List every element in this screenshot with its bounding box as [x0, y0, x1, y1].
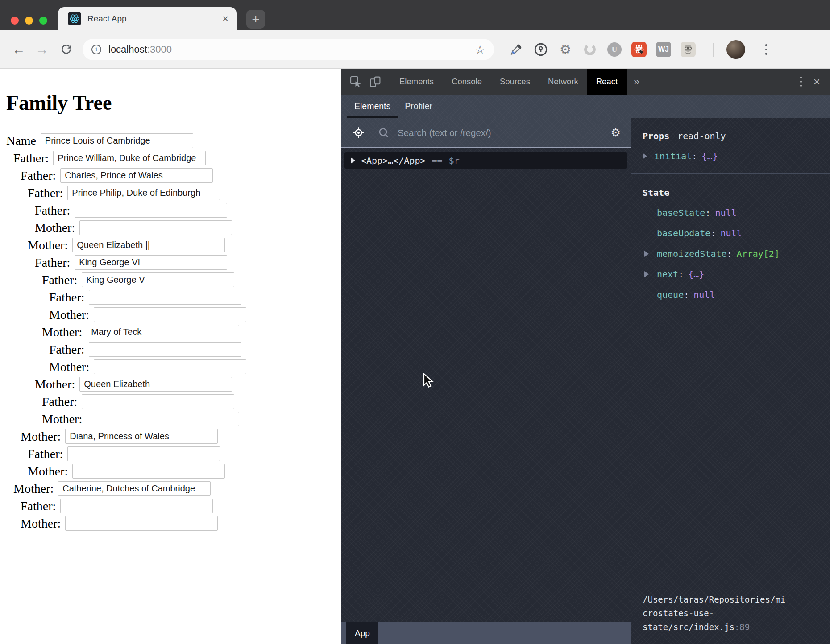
- browser-menu-button[interactable]: [759, 42, 774, 57]
- inspect-element-icon[interactable]: [350, 76, 362, 88]
- bookmark-star-icon[interactable]: ☆: [475, 43, 485, 56]
- family-row-label: Father:: [49, 343, 84, 357]
- u-extension-icon[interactable]: U: [607, 42, 622, 57]
- family-row-label: Father:: [42, 395, 77, 409]
- webpage-content: Family Tree Name Father: Father: Father:: [0, 69, 341, 644]
- family-row-input[interactable]: [87, 325, 239, 339]
- window-close-button[interactable]: [11, 17, 19, 25]
- devtools-tab[interactable]: React: [587, 69, 627, 95]
- component-details-pane: Props read-only initial:{…} State: [631, 118, 830, 644]
- back-button[interactable]: ←: [10, 30, 28, 69]
- react-devtools-extension-icon[interactable]: [631, 42, 647, 57]
- family-row-input[interactable]: [72, 464, 225, 479]
- react-panel-tab[interactable]: Elements: [347, 95, 398, 118]
- family-row-label: Mother:: [21, 429, 61, 444]
- window-controls: [11, 17, 47, 25]
- eyedropper-extension-icon[interactable]: [509, 42, 524, 57]
- family-row-input[interactable]: [60, 168, 213, 183]
- family-row: Mother:: [35, 377, 341, 392]
- search-icon: [378, 127, 390, 139]
- family-row-input[interactable]: [65, 516, 218, 531]
- expand-arrow-icon[interactable]: [643, 153, 647, 159]
- wj-extension-icon[interactable]: WJ: [656, 42, 671, 57]
- device-toolbar-icon[interactable]: [369, 76, 381, 88]
- props-entry[interactable]: initial:{…}: [631, 150, 830, 162]
- state-value: null: [715, 207, 736, 218]
- family-row-input[interactable]: [58, 481, 211, 496]
- breadcrumb-app[interactable]: App: [346, 622, 378, 644]
- family-row-label: Father:: [28, 447, 63, 461]
- refresh-button[interactable]: [57, 30, 75, 69]
- expand-arrow-icon[interactable]: [644, 251, 649, 257]
- onepassword-extension-icon[interactable]: [533, 42, 548, 57]
- profile-avatar[interactable]: [726, 40, 745, 59]
- family-row-label: Mother:: [13, 482, 54, 496]
- devtools-tab[interactable]: Sources: [491, 69, 539, 95]
- devtools-tab[interactable]: Network: [539, 69, 587, 95]
- breadcrumb-bar: App: [341, 622, 631, 644]
- family-row-label: Mother:: [35, 221, 75, 235]
- window-zoom-button[interactable]: [39, 17, 47, 25]
- family-row-input[interactable]: [72, 238, 225, 252]
- expand-arrow-icon[interactable]: [351, 157, 355, 164]
- window-minimize-button[interactable]: [25, 17, 33, 25]
- url-bar[interactable]: i localhost:3000 ☆: [83, 39, 494, 60]
- state-entry[interactable]: baseUpdate:null: [631, 227, 830, 239]
- state-entry[interactable]: next:{…}: [631, 268, 830, 280]
- family-row-input[interactable]: [41, 133, 193, 148]
- devtools-tab[interactable]: Elements: [390, 69, 443, 95]
- family-row-label: Father:: [28, 186, 63, 200]
- family-row-input[interactable]: [75, 203, 227, 218]
- state-entry[interactable]: baseState:null: [631, 207, 830, 219]
- source-file-path[interactable]: /Users/taras/Repositories/mi crostates-u…: [643, 593, 794, 634]
- expand-arrow-icon[interactable]: [644, 271, 649, 277]
- family-row-input[interactable]: [82, 394, 234, 409]
- family-row-input[interactable]: [89, 290, 241, 305]
- site-info-icon[interactable]: i: [91, 45, 101, 54]
- family-row-input[interactable]: [82, 272, 234, 287]
- devtools-close-icon[interactable]: ×: [809, 75, 830, 89]
- family-row-input[interactable]: [94, 359, 246, 374]
- family-row-input[interactable]: [87, 412, 239, 426]
- react-panel-tab[interactable]: Profiler: [398, 95, 440, 118]
- family-row: Mother:: [21, 516, 341, 531]
- family-row-input[interactable]: [53, 151, 206, 165]
- family-row-input[interactable]: [75, 255, 227, 270]
- family-row-input[interactable]: [79, 220, 232, 235]
- family-row-input[interactable]: [67, 446, 220, 461]
- devtools-tab[interactable]: Console: [443, 69, 491, 95]
- browser-tab[interactable]: React App ×: [58, 7, 237, 30]
- family-row: Mother:: [28, 238, 341, 252]
- family-row: Mother:: [49, 359, 341, 374]
- family-row: Father:: [49, 342, 341, 357]
- state-entry[interactable]: queue:null: [631, 289, 830, 301]
- settings-gear-icon[interactable]: ⚙: [611, 126, 621, 139]
- family-row: Mother:: [35, 220, 341, 235]
- family-row-input[interactable]: [79, 377, 232, 392]
- family-row: Mother:: [21, 429, 341, 444]
- component-tag: <App>…</App>: [361, 155, 426, 166]
- forward-button[interactable]: →: [33, 30, 51, 69]
- family-row-input[interactable]: [89, 342, 241, 357]
- tab-close-icon[interactable]: ×: [222, 13, 228, 24]
- family-row-input[interactable]: [65, 429, 218, 444]
- ember-extension-icon[interactable]: [681, 42, 696, 57]
- family-row-input[interactable]: [60, 499, 213, 513]
- devtools-tab-bar: Elements Console Sources Network React »…: [341, 69, 830, 95]
- select-element-target-icon[interactable]: [353, 127, 365, 139]
- loop-extension-icon[interactable]: [582, 42, 598, 57]
- search-input[interactable]: Search (text or /regex/): [398, 128, 611, 138]
- family-row-input[interactable]: [94, 307, 246, 322]
- app-component-row[interactable]: <App>…</App> == $r: [344, 152, 627, 169]
- more-tabs-chevron-icon[interactable]: »: [627, 75, 647, 88]
- state-entry[interactable]: memoizedState:Array[2]: [631, 248, 830, 260]
- new-tab-button[interactable]: +: [246, 10, 265, 29]
- devtools-menu-icon[interactable]: [793, 77, 809, 87]
- react-elements-pane: Search (text or /regex/) ⚙ <App>…</App> …: [341, 118, 631, 644]
- gear-extension-icon[interactable]: ⚙: [558, 42, 573, 57]
- props-readonly-badge: read-only: [677, 131, 726, 141]
- state-section: State baseState:null baseUpdate:null: [631, 174, 830, 301]
- toolbar-separator: [713, 43, 714, 57]
- family-row-input[interactable]: [67, 186, 220, 200]
- family-row-label: Mother:: [28, 464, 68, 479]
